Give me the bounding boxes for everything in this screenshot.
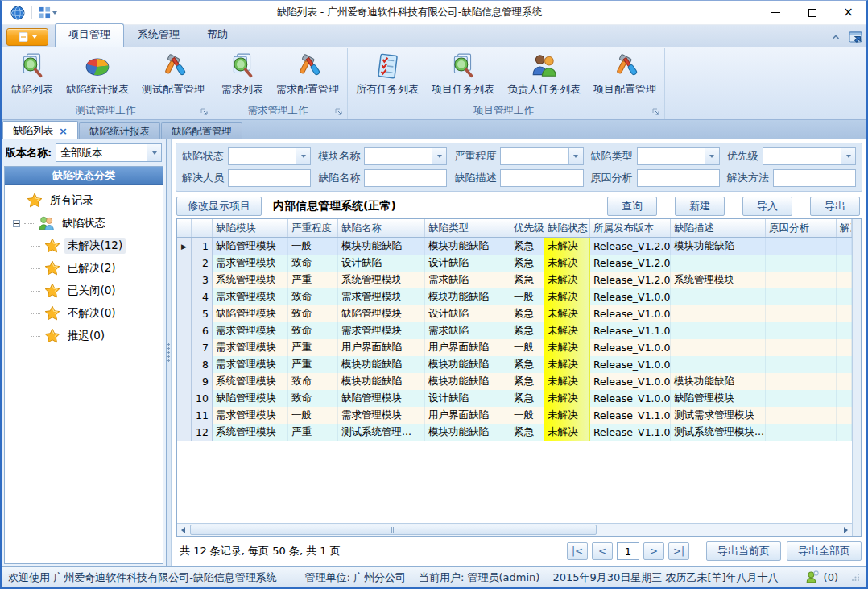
combobox-dropdown-icon[interactable] bbox=[841, 148, 855, 164]
horizontal-scrollbar-thumb[interactable] bbox=[190, 525, 597, 535]
online-user-icon[interactable] bbox=[805, 570, 819, 584]
table-row[interactable]: 6需求管理模块致命需求管理模块需求缺陷紧急未解决Release_V1.1.0 bbox=[177, 322, 852, 339]
row-selector-cell[interactable] bbox=[177, 305, 192, 322]
table-row[interactable]: 9系统管理模块致命模块功能缺陷模块功能缺陷紧急未解决Release_V1.0.0… bbox=[177, 373, 852, 390]
tree-item-postponed[interactable]: 推迟(0) bbox=[31, 325, 161, 347]
maximize-button[interactable] bbox=[794, 1, 830, 25]
project-tasks-list-button[interactable]: 项目任务列表 bbox=[425, 49, 501, 99]
all-tasks-list-button[interactable]: 所有任务列表 bbox=[349, 49, 425, 99]
column-header-6[interactable]: 所属发布版本 bbox=[590, 219, 671, 237]
row-selector-cell[interactable] bbox=[177, 339, 192, 356]
app-menu-button[interactable] bbox=[6, 28, 48, 46]
scroll-left-icon[interactable] bbox=[177, 524, 189, 536]
defect-stats-report-button[interactable]: 缺陷统计报表 bbox=[60, 49, 135, 99]
combobox-dropdown-icon[interactable] bbox=[296, 148, 310, 164]
new-button[interactable]: 新建 bbox=[675, 197, 725, 216]
ribbon-tab-help[interactable]: 帮助 bbox=[193, 23, 242, 47]
combobox-dropdown-icon[interactable] bbox=[147, 144, 161, 161]
scroll-right-icon[interactable] bbox=[840, 524, 852, 536]
requirement-list-button[interactable]: 需求列表 bbox=[215, 49, 270, 99]
column-header-8[interactable]: 原因分析 bbox=[766, 219, 837, 237]
project-config-mgmt-button[interactable]: 项目配置管理 bbox=[587, 49, 663, 99]
import-button[interactable]: 导入 bbox=[742, 197, 792, 216]
collapse-node-icon[interactable] bbox=[13, 220, 20, 227]
row-selector-cell[interactable] bbox=[177, 322, 192, 339]
row-selector-cell[interactable] bbox=[177, 373, 192, 390]
pager-first-button[interactable]: |< bbox=[567, 542, 588, 560]
document-tab-defect-config[interactable]: 缺陷配置管理 bbox=[161, 122, 242, 139]
row-selector-cell[interactable] bbox=[177, 407, 192, 424]
table-row[interactable]: 12系统管理模块严重测试系统管理...模块功能缺陷紧急未解决Release_V1… bbox=[177, 424, 852, 441]
pager-last-button[interactable]: >| bbox=[668, 542, 689, 560]
pager-prev-button[interactable]: < bbox=[592, 542, 613, 560]
filter-solution-input[interactable] bbox=[773, 169, 856, 187]
close-tab-icon[interactable]: × bbox=[59, 126, 68, 136]
column-header-3[interactable]: 缺陷类型 bbox=[425, 219, 510, 237]
tree-item-resolved[interactable]: 已解决(2) bbox=[31, 257, 161, 280]
filter-cause-analysis-input[interactable] bbox=[637, 169, 720, 187]
ribbon-tab-system-management[interactable]: 系统管理 bbox=[124, 23, 193, 47]
combobox-dropdown-icon[interactable] bbox=[432, 148, 446, 164]
column-header-2[interactable]: 缺陷名称 bbox=[338, 219, 425, 237]
column-header-1[interactable]: 严重程度 bbox=[288, 219, 338, 237]
row-selector-cell[interactable] bbox=[177, 356, 192, 373]
help-window-icon[interactable] bbox=[848, 29, 863, 44]
row-selector-cell[interactable] bbox=[177, 288, 192, 305]
requirement-config-mgmt-button[interactable]: 需求配置管理 bbox=[270, 49, 345, 99]
pager-next-button[interactable]: > bbox=[643, 542, 664, 560]
row-selector-cell[interactable] bbox=[177, 255, 192, 272]
column-header-0[interactable]: 缺陷模块 bbox=[213, 219, 288, 237]
row-selector-cell[interactable] bbox=[177, 424, 192, 441]
table-row[interactable]: 11需求管理模块一般需求管理模块用户界面缺陷一般未解决Release_V1.1.… bbox=[177, 407, 852, 424]
test-config-mgmt-button[interactable]: 测试配置管理 bbox=[135, 49, 211, 99]
defect-list-button[interactable]: 缺陷列表 bbox=[5, 49, 60, 99]
version-combobox[interactable]: 全部版本 bbox=[56, 143, 162, 162]
table-row[interactable]: 4需求管理模块致命需求管理模块模块功能缺陷一般未解决Release_V1.0.0 bbox=[177, 288, 852, 305]
combobox-dropdown-icon[interactable] bbox=[705, 148, 719, 164]
filter-module-name-combobox[interactable] bbox=[364, 147, 447, 165]
filter-defect-desc-input[interactable] bbox=[500, 169, 583, 187]
vertical-scrollbar[interactable] bbox=[852, 219, 861, 536]
horizontal-scrollbar[interactable] bbox=[177, 523, 852, 536]
dialog-launcher-icon[interactable] bbox=[335, 108, 343, 116]
tree-item-not-resolved[interactable]: 不解决(0) bbox=[31, 302, 161, 325]
combobox-dropdown-icon[interactable] bbox=[568, 148, 583, 164]
column-header-9[interactable]: 解决方法 bbox=[837, 219, 852, 237]
column-header-4[interactable]: 优先级 bbox=[510, 219, 544, 237]
export-all-pages-button[interactable]: 导出全部页 bbox=[787, 541, 862, 561]
table-row[interactable]: 2需求管理模块致命设计缺陷设计缺陷紧急未解决Release_V1.2.0 bbox=[177, 255, 852, 272]
row-selector-cell[interactable] bbox=[177, 272, 192, 288]
dialog-launcher-icon[interactable] bbox=[652, 108, 660, 116]
dialog-launcher-icon[interactable] bbox=[200, 108, 209, 116]
tree-item-defect-status[interactable]: 缺陷状态 bbox=[13, 212, 161, 234]
tree-item-all-records[interactable]: 所有记录 bbox=[13, 189, 161, 212]
table-row[interactable]: 7需求管理模块严重用户界面缺陷用户界面缺陷一般未解决Release_V1.0.0 bbox=[177, 339, 852, 356]
close-button[interactable]: × bbox=[830, 1, 866, 25]
row-selector-cell[interactable] bbox=[177, 390, 192, 407]
tree-item-closed[interactable]: 已关闭(0) bbox=[31, 280, 161, 302]
table-row[interactable]: 3系统管理模块严重系统管理模块需求缺陷紧急未解决Release_V1.2.0系统… bbox=[177, 272, 852, 288]
owner-tasks-list-button[interactable]: 负责人任务列表 bbox=[501, 49, 587, 99]
column-header-7[interactable]: 缺陷描述 bbox=[671, 219, 766, 237]
filter-resolver-input[interactable] bbox=[228, 169, 311, 187]
ribbon-tab-project-management[interactable]: 项目管理 bbox=[55, 23, 124, 47]
document-tab-defect-stats[interactable]: 缺陷统计报表 bbox=[79, 122, 160, 139]
filter-severity-combobox[interactable] bbox=[500, 147, 583, 165]
resize-grip[interactable] bbox=[851, 573, 860, 582]
row-selector-cell[interactable]: ▶ bbox=[177, 238, 192, 255]
column-header-5[interactable]: 缺陷状态 bbox=[544, 219, 590, 237]
export-current-page-button[interactable]: 导出当前页 bbox=[706, 541, 781, 561]
filter-priority-combobox[interactable] bbox=[763, 147, 856, 165]
filter-defect-type-combobox[interactable] bbox=[637, 147, 720, 165]
tree-item-unresolved[interactable]: 未解决(12) bbox=[31, 234, 161, 257]
table-row[interactable]: 10缺陷管理模块致命缺陷管理模块设计缺陷紧急未解决Release_V1.0.0缺… bbox=[177, 390, 852, 407]
collapse-ribbon-icon[interactable] bbox=[830, 31, 841, 43]
document-tab-defect-list[interactable]: 缺陷列表× bbox=[2, 121, 78, 139]
table-row[interactable]: 5缺陷管理模块致命缺陷管理模块设计缺陷紧急未解决Release_V1.0.0 bbox=[177, 305, 852, 322]
filter-defect-status-combobox[interactable] bbox=[228, 147, 311, 165]
filter-defect-name-input[interactable] bbox=[364, 169, 447, 187]
quick-access-toolbar-icon[interactable] bbox=[35, 4, 61, 22]
export-button[interactable]: 导出 bbox=[810, 197, 860, 216]
query-button[interactable]: 查询 bbox=[607, 197, 657, 216]
minimize-button[interactable] bbox=[758, 1, 794, 25]
